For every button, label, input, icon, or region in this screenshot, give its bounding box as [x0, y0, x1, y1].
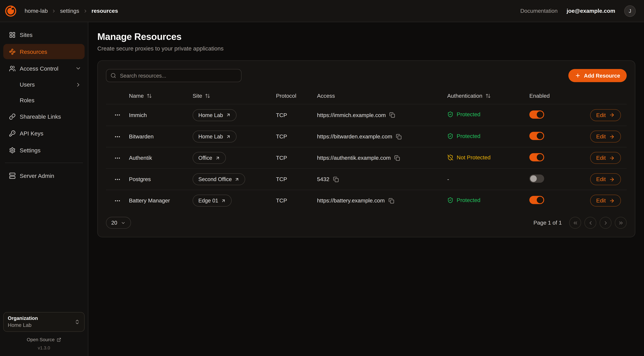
sort-icon [485, 93, 490, 98]
table-row: Immich Home Lab TCP https://immich.examp… [106, 104, 627, 126]
edit-button[interactable]: Edit [590, 130, 621, 142]
edit-label: Edit [596, 134, 606, 140]
first-page-button[interactable] [569, 217, 581, 229]
arrow-up-right-icon [215, 156, 220, 160]
site-name: Home Lab [198, 134, 223, 140]
sidebar-item-users[interactable]: Users [3, 78, 84, 92]
table-header: Name Site Protocol Access Authentication… [106, 88, 627, 104]
row-menu-button[interactable] [112, 174, 123, 184]
chevron-right-icon [75, 82, 81, 88]
arrow-up-right-icon [221, 198, 226, 203]
sidebar-item-resources[interactable]: Resources [3, 44, 84, 59]
open-source-link[interactable]: Open Source [3, 337, 84, 342]
shield-check-icon [447, 111, 453, 118]
arrow-up-right-icon [235, 177, 240, 182]
sort-by-authentication-button[interactable]: Authentication [447, 93, 490, 99]
organization-selector[interactable]: Organization Home Lab [3, 312, 84, 332]
page-size-select[interactable]: 20 [106, 217, 131, 229]
users-icon [9, 65, 16, 72]
sidebar-item-api-keys[interactable]: API Keys [3, 126, 84, 141]
copy-button[interactable] [390, 112, 395, 118]
enabled-toggle[interactable] [529, 196, 544, 204]
sort-by-name-button[interactable]: Name [129, 93, 152, 99]
prev-page-button[interactable] [584, 217, 596, 229]
row-menu-button[interactable] [112, 110, 123, 120]
pangolin-logo[interactable] [4, 4, 17, 18]
topbar: home-lab settings resources Documentatio… [0, 0, 644, 22]
breadcrumb-org-link[interactable]: home-lab [25, 8, 48, 14]
sidebar-item-sites[interactable]: Sites [3, 27, 84, 42]
row-menu-button[interactable] [112, 195, 123, 206]
app-window: home-lab settings resources Documentatio… [0, 0, 644, 356]
shield-check-icon [447, 133, 453, 139]
sidebar-item-access-control[interactable]: Access Control [3, 61, 84, 76]
search-input[interactable] [106, 69, 242, 82]
enabled-toggle[interactable] [529, 174, 544, 183]
copy-button[interactable] [396, 134, 402, 140]
next-page-button[interactable] [600, 217, 612, 229]
chevrons-up-down-icon [74, 319, 80, 325]
access-url: 5432 [317, 176, 330, 182]
last-page-button[interactable] [615, 217, 627, 229]
edit-button[interactable]: Edit [590, 109, 621, 121]
page-size-value: 20 [111, 220, 117, 226]
auth-status: Protected [447, 197, 480, 203]
copy-button[interactable] [394, 155, 400, 161]
toggle-knob [537, 133, 543, 139]
breadcrumb-settings-link[interactable]: settings [60, 8, 79, 14]
sidebar-bottom: Organization Home Lab Open Source v1.3.0 [3, 312, 84, 350]
toggle-knob [530, 175, 537, 182]
row-menu-button[interactable] [112, 152, 123, 163]
auth-label: Protected [457, 111, 480, 118]
documentation-link[interactable]: Documentation [520, 8, 558, 14]
chevrons-right-icon [618, 220, 624, 226]
sort-by-site-button[interactable]: Site [193, 93, 210, 99]
site-link-button[interactable]: Edge 01 [193, 195, 232, 206]
edit-button[interactable]: Edit [590, 152, 621, 164]
edit-button[interactable]: Edit [590, 195, 621, 206]
auth-label: Protected [457, 197, 480, 203]
add-resource-label: Add Resource [584, 72, 620, 79]
protocol-value: TCP [276, 134, 287, 140]
protocol-value: TCP [276, 155, 287, 161]
copy-button[interactable] [388, 198, 394, 204]
avatar[interactable]: J [624, 5, 636, 17]
chevron-down-icon [75, 65, 81, 72]
auth-status: - [447, 176, 449, 182]
table-row: Authentik Office TCP https://authentik.e… [106, 147, 627, 168]
site-link-button[interactable]: Office [193, 152, 226, 164]
site-link-button[interactable]: Home Lab [193, 109, 236, 121]
auth-label: Protected [457, 133, 480, 139]
site-link-button[interactable]: Second Office [193, 173, 246, 185]
pangolin-logo-icon [4, 4, 17, 18]
sidebar-item-label: API Keys [20, 130, 43, 136]
sidebar-item-server-admin[interactable]: Server Admin [3, 168, 84, 183]
grid-icon [9, 32, 16, 38]
organization-text: Organization Home Lab [8, 316, 74, 328]
resource-name: Bitwarden [129, 134, 154, 140]
sidebar-item-label: Resources [20, 48, 47, 55]
copy-icon [396, 134, 402, 140]
copy-button[interactable] [333, 176, 339, 182]
add-resource-button[interactable]: Add Resource [568, 69, 627, 82]
enabled-toggle[interactable] [529, 110, 544, 118]
sidebar-item-settings[interactable]: Settings [3, 142, 84, 158]
sidebar-item-shareable-links[interactable]: Shareable Links [3, 109, 84, 124]
shield-off-icon [447, 154, 453, 160]
column-header-name: Name [129, 93, 144, 99]
page-info: Page 1 of 1 [534, 220, 562, 226]
site-name: Edge 01 [198, 198, 218, 204]
sort-icon [205, 93, 210, 98]
key-icon [9, 130, 16, 136]
auth-label: Not Protected [457, 154, 491, 160]
user-email[interactable]: joe@example.com [567, 8, 615, 14]
edit-button[interactable]: Edit [590, 173, 621, 185]
enabled-toggle[interactable] [529, 132, 544, 140]
version-label: v1.3.0 [3, 346, 84, 350]
enabled-toggle[interactable] [529, 153, 544, 161]
sidebar-item-roles[interactable]: Roles [3, 93, 84, 107]
resources-card: Add Resource Name Site Protocol Access A… [97, 60, 635, 237]
row-menu-button[interactable] [112, 131, 123, 142]
site-link-button[interactable]: Home Lab [193, 130, 236, 142]
pagination: Page 1 of 1 [534, 217, 627, 229]
